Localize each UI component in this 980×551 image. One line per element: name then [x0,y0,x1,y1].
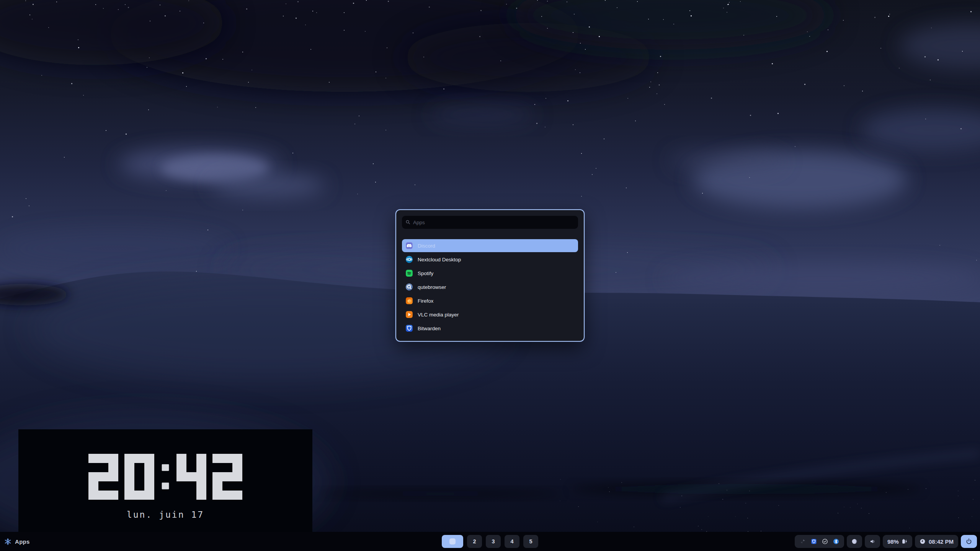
system-tray [795,535,844,548]
clock-time [88,454,242,500]
taskbar-time: 08:42 PM [929,538,954,545]
workspace-switcher: 2 3 4 5 [442,535,538,548]
app-label: Spotify [418,271,433,276]
app-icon [405,324,413,332]
power-button[interactable] [961,535,977,548]
search-icon [405,219,411,225]
app-icon [405,283,413,291]
taskbar: Apps 2 3 4 5 [0,532,980,551]
app-row-qutebrowser[interactable]: qutebrowser [402,280,578,293]
app-row-discord[interactable]: Discord [402,239,578,252]
app-label: Bitwarden [418,326,441,331]
app-label: VLC media player [418,312,459,318]
taskbar-right: 98% 08:42 PM [795,535,977,548]
power-icon [965,538,972,545]
app-row-spotify[interactable]: Spotify [402,267,578,280]
kde-connect-icon[interactable] [800,538,806,544]
workspace-button-2[interactable]: 2 [467,535,482,548]
app-row-firefox[interactable]: Firefox [402,294,578,307]
app-icon [405,269,413,277]
app-label: qutebrowser [418,284,446,290]
battery-percent: 98% [887,538,899,545]
app-icon [405,256,413,263]
workspace-label: 4 [510,538,513,544]
battery-charging-icon [901,538,908,544]
apps-menu-label: Apps [15,538,30,545]
bitwarden-tray-icon[interactable] [811,538,817,544]
app-icon [405,297,413,305]
launcher-app-list: Discord Nextcloud Desktop Spotify qutebr… [402,239,578,335]
clock-indicator[interactable]: 08:42 PM [915,535,958,548]
app-row-bitwarden[interactable]: Bitwarden [402,322,578,335]
battery-indicator[interactable]: 98% [883,535,912,548]
workspace-label: 3 [492,538,495,544]
app-label: Firefox [418,298,433,304]
app-row-nextcloud[interactable]: Nextcloud Desktop [402,253,578,266]
app-icon [405,311,413,318]
apps-menu-button[interactable]: Apps [4,532,30,551]
workspace-button-1[interactable] [442,535,463,548]
workspace-window-indicator [449,538,456,544]
app-label: Nextcloud Desktop [418,257,461,262]
app-label: Discord [418,243,435,249]
volume-icon [869,538,875,544]
app-icon [405,242,413,249]
app-launcher: Discord Nextcloud Desktop Spotify qutebr… [395,209,585,342]
workspace-button-3[interactable]: 3 [486,535,501,548]
volume-control[interactable] [865,535,880,548]
clock-date: lun. juin 17 [127,510,204,520]
check-circle-icon[interactable] [822,538,828,544]
clock-icon [920,538,926,544]
workspace-label: 2 [473,538,476,544]
nixos-snowflake-icon [4,538,11,545]
night-light-moon-icon [851,538,858,544]
bluetooth-icon[interactable] [833,538,839,544]
workspace-label: 5 [529,538,532,544]
workspace-button-5[interactable]: 5 [523,535,538,548]
night-light-toggle[interactable] [847,535,862,548]
workspace-button-4[interactable]: 4 [505,535,519,548]
search-input[interactable] [402,216,578,229]
desktop: lun. juin 17 Discord Nextcloud Desktop [0,0,980,551]
app-row-vlc[interactable]: VLC media player [402,308,578,321]
